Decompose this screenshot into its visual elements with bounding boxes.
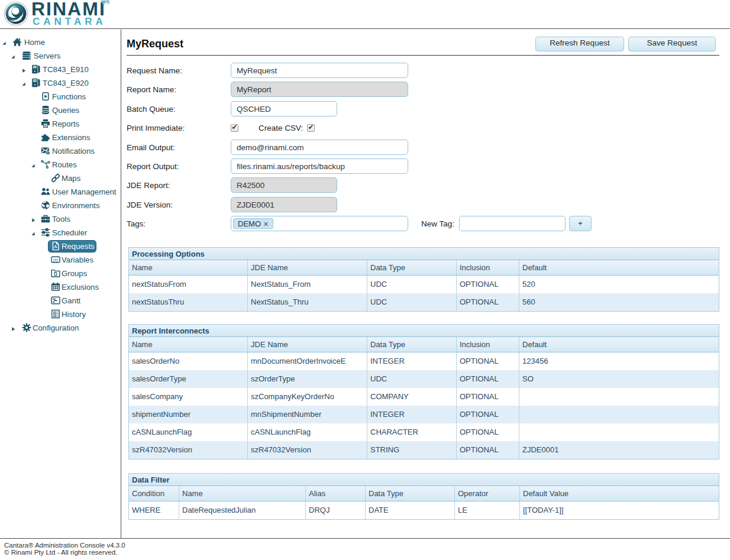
svg-text:(x): (x) (53, 257, 58, 263)
